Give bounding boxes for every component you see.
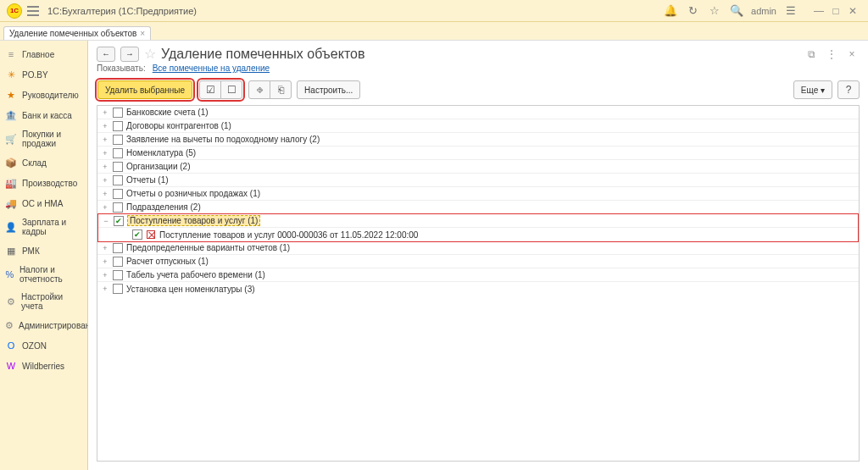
minimize-button[interactable]: — — [810, 5, 827, 17]
history-icon[interactable]: ↻ — [683, 2, 702, 20]
more-button[interactable]: Еще ▾ — [793, 80, 832, 99]
sidebar-item-2[interactable]: ★Руководителю — [0, 85, 87, 105]
filter-link[interactable]: Все помеченные на удаление — [153, 64, 270, 73]
page-title: Удаление помеченных объектов — [161, 47, 364, 62]
expand-all-button[interactable]: ⎆ — [248, 80, 270, 99]
open-window-icon[interactable]: ⧉ — [804, 47, 819, 62]
nav-label: Банк и касса — [22, 111, 72, 120]
sidebar-item-13[interactable]: OOZON — [0, 335, 87, 356]
nav-icon: 🏭 — [5, 177, 17, 189]
row-label: Установка цен номенклатуры (3) — [126, 285, 255, 294]
sidebar-item-6[interactable]: 🏭Производство — [0, 173, 87, 193]
nav-label: Главное — [22, 50, 54, 59]
sidebar-item-7[interactable]: 🚚ОС и НМА — [0, 193, 87, 213]
row-checkbox[interactable] — [114, 216, 124, 226]
nav-forward-button[interactable]: → — [120, 47, 139, 62]
tree-group-row[interactable]: +Подразделения (2) — [97, 201, 859, 214]
row-label: Договоры контрагентов (1) — [126, 121, 231, 130]
row-checkbox[interactable] — [113, 135, 123, 145]
row-checkbox[interactable] — [113, 162, 123, 172]
row-checkbox[interactable] — [132, 229, 142, 240]
expander-icon[interactable]: + — [101, 149, 109, 158]
row-checkbox[interactable] — [113, 270, 123, 280]
row-checkbox[interactable] — [113, 189, 123, 199]
tree-group-row[interactable]: +Договоры контрагентов (1) — [97, 119, 859, 133]
sidebar-item-1[interactable]: ✳PO.BY — [0, 64, 87, 85]
expander-icon[interactable]: + — [101, 244, 109, 252]
tree-group-row[interactable]: +Установка цен номенклатуры (3) — [97, 282, 859, 296]
nav-label: Покупки и продажи — [22, 130, 82, 148]
tree-group-row[interactable]: +Номенклатура (5) — [97, 147, 859, 160]
configure-button[interactable]: Настроить... — [297, 80, 360, 99]
row-checkbox[interactable] — [113, 121, 123, 131]
sidebar-item-9[interactable]: ▦РМК — [0, 241, 87, 261]
tree-group-row[interactable]: −Поступление товаров и услуг (1) — [98, 214, 858, 228]
maximize-button[interactable]: □ — [827, 5, 844, 17]
expander-icon[interactable]: + — [101, 203, 109, 212]
titlebar: 1C 1С:Бухгалтерия (1С:Предприятие) 🔔 ↻ ☆… — [0, 0, 868, 22]
expander-icon[interactable]: + — [101, 285, 109, 293]
main-menu-icon[interactable] — [27, 6, 39, 16]
nav-icon: 📦 — [5, 157, 17, 169]
expander-icon[interactable]: − — [102, 217, 110, 225]
tree-group-row[interactable]: +Отчеты о розничных продажах (1) — [97, 187, 859, 201]
nav-label: Wildberries — [22, 362, 64, 371]
tree-child-row[interactable]: Поступление товаров и услуг 0000-000036 … — [98, 228, 858, 241]
deletion-tree[interactable]: +Банковские счета (1)+Договоры контраген… — [97, 105, 860, 462]
nav-label: РМК — [22, 246, 40, 256]
expander-icon[interactable]: + — [101, 135, 109, 144]
tree-group-row[interactable]: +Банковские счета (1) — [97, 106, 859, 119]
sidebar-item-11[interactable]: ⚙Настройки учета — [0, 288, 87, 315]
row-checkbox[interactable] — [113, 243, 123, 253]
row-checkbox[interactable] — [113, 202, 123, 213]
tree-group-row[interactable]: +Расчет отпускных (1) — [97, 255, 859, 268]
check-all-button[interactable]: ☑ — [199, 80, 221, 99]
row-checkbox[interactable] — [113, 108, 123, 118]
sidebar-item-8[interactable]: 👤Зарплата и кадры — [0, 213, 87, 241]
row-label: Отчеты (1) — [126, 175, 169, 185]
expander-icon[interactable]: + — [101, 122, 109, 130]
row-checkbox[interactable] — [113, 284, 123, 294]
search-icon[interactable]: 🔍 — [727, 2, 746, 20]
page-close-icon[interactable]: × — [844, 47, 860, 62]
sidebar-item-14[interactable]: WWildberries — [0, 356, 87, 376]
row-label: Расчет отпускных (1) — [126, 257, 209, 266]
page-menu-icon[interactable]: ⋮ — [824, 47, 839, 62]
uncheck-all-button[interactable]: ☐ — [220, 80, 242, 99]
close-button[interactable]: ✕ — [844, 5, 861, 17]
delete-selected-button[interactable]: Удалить выбранные — [97, 80, 192, 99]
collapse-all-button[interactable]: ⎗ — [270, 80, 292, 99]
bell-icon[interactable]: 🔔 — [661, 2, 680, 20]
tree-group-row[interactable]: +Организации (2) — [97, 160, 859, 174]
expander-icon[interactable]: + — [101, 271, 109, 279]
tree-group-row[interactable]: +Заявление на вычеты по подоходному нало… — [97, 133, 859, 147]
expander-icon[interactable]: + — [101, 163, 109, 171]
user-label[interactable]: admin — [751, 6, 776, 16]
expander-icon[interactable]: + — [101, 108, 109, 117]
tree-group-row[interactable]: +Предопределенные варианты отчетов (1) — [97, 241, 859, 255]
sidebar: ≡Главное✳PO.BY★Руководителю🏦Банк и касса… — [0, 41, 88, 470]
tab-deletion[interactable]: Удаление помеченных объектов × — [3, 26, 151, 40]
sidebar-item-5[interactable]: 📦Склад — [0, 152, 87, 173]
tree-group-row[interactable]: +Табель учета рабочего времени (1) — [97, 268, 859, 282]
tab-close-icon[interactable]: × — [140, 29, 145, 38]
sidebar-toggle-icon[interactable]: ☰ — [782, 2, 800, 20]
expander-icon[interactable]: + — [101, 176, 109, 185]
sidebar-item-4[interactable]: 🛒Покупки и продажи — [0, 125, 87, 152]
sidebar-item-12[interactable]: ⚙Администрирование — [0, 315, 87, 335]
star-icon[interactable]: ☆ — [705, 2, 724, 20]
row-checkbox[interactable] — [113, 257, 123, 267]
sidebar-item-10[interactable]: %Налоги и отчетность — [0, 261, 87, 288]
nav-label: OZON — [22, 341, 47, 351]
sidebar-item-0[interactable]: ≡Главное — [0, 44, 87, 64]
expander-icon[interactable]: + — [101, 190, 109, 198]
sidebar-item-3[interactable]: 🏦Банк и касса — [0, 105, 87, 125]
help-button[interactable]: ? — [837, 80, 860, 99]
row-checkbox[interactable] — [113, 175, 123, 185]
expander-icon[interactable]: + — [101, 257, 109, 266]
row-checkbox[interactable] — [113, 148, 123, 158]
tree-group-row[interactable]: +Отчеты (1) — [97, 174, 859, 187]
nav-label: PO.BY — [22, 70, 48, 80]
nav-back-button[interactable]: ← — [97, 47, 115, 62]
favorite-toggle-icon[interactable]: ☆ — [144, 46, 156, 62]
